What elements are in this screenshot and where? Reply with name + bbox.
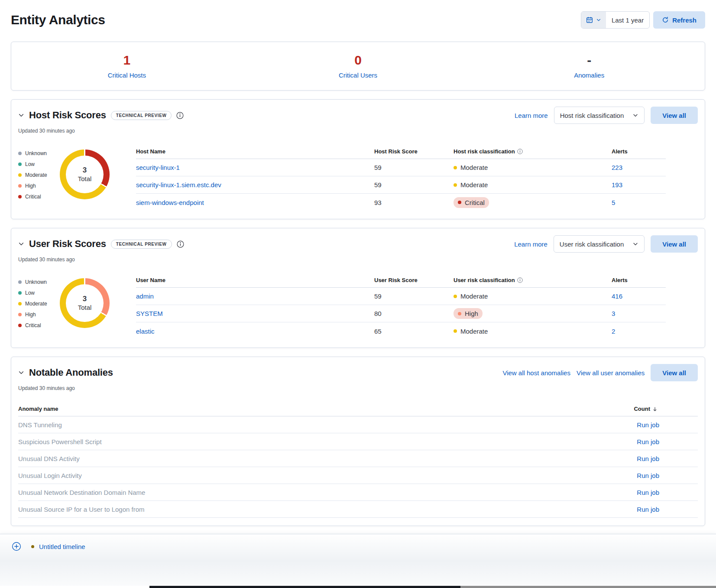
anomalies-panel-header: Notable Anomalies View all host anomalie… bbox=[18, 364, 698, 381]
severity-dot bbox=[458, 201, 461, 204]
sort-down-icon bbox=[652, 406, 658, 412]
refresh-button[interactable]: Refresh bbox=[653, 11, 705, 29]
add-timeline-button[interactable] bbox=[12, 542, 21, 551]
user-view-all-button[interactable]: View all bbox=[651, 235, 698, 253]
user-risk-legend: Unknown Low Moderate High Critical bbox=[18, 273, 60, 340]
alerts-count-link[interactable]: 416 bbox=[612, 292, 622, 300]
severity-label: High bbox=[465, 310, 478, 317]
chevron-down-icon bbox=[596, 17, 601, 23]
host-risk-score: 93 bbox=[374, 199, 454, 206]
collapse-chevron-icon[interactable] bbox=[18, 370, 24, 376]
host-view-all-button[interactable]: View all bbox=[651, 107, 698, 124]
date-picker: Last 1 year bbox=[581, 11, 650, 29]
severity-dot bbox=[454, 166, 457, 169]
notable-anomalies-panel: Notable Anomalies View all host anomalie… bbox=[11, 357, 705, 526]
refresh-label: Refresh bbox=[672, 16, 697, 24]
col-alerts: Alerts bbox=[612, 148, 666, 155]
anomaly-row: DNS Tunneling Run job bbox=[18, 416, 698, 433]
user-name-link[interactable]: SYSTEM bbox=[136, 310, 163, 317]
alerts-count-link[interactable]: 193 bbox=[612, 181, 622, 188]
collapse-chevron-icon[interactable] bbox=[18, 112, 24, 118]
legend-label: Unknown bbox=[25, 150, 47, 156]
info-icon[interactable] bbox=[177, 240, 184, 248]
run-job-link[interactable]: Run job bbox=[637, 421, 698, 429]
anomaly-name: Unusual Network Destination Domain Name bbox=[18, 489, 145, 496]
col-count-label: Count bbox=[634, 406, 650, 412]
host-name-link[interactable]: security-linux-1.siem.estc.dev bbox=[136, 181, 221, 188]
legend-label: Critical bbox=[25, 194, 41, 200]
legend-dot bbox=[18, 173, 22, 177]
critical-hosts-link[interactable]: Critical Hosts bbox=[108, 71, 146, 79]
anomaly-name: Unusual Source IP for a User to Logon fr… bbox=[18, 506, 145, 513]
critical-users-link[interactable]: Critical Users bbox=[339, 71, 377, 79]
donut-total-value: 3 bbox=[83, 166, 87, 175]
alerts-count-link[interactable]: 2 bbox=[612, 328, 615, 335]
anomalies-view-all-button[interactable]: View all bbox=[651, 364, 698, 381]
timeline-label: Untitled timeline bbox=[39, 543, 85, 550]
timeline-bottom-bar: Untitled timeline bbox=[0, 534, 716, 586]
date-picker-menu-button[interactable] bbox=[581, 12, 606, 28]
host-name-link[interactable]: siem-windows-endpoint bbox=[136, 199, 204, 206]
anomaly-row: Unusual Login Activity Run job bbox=[18, 467, 698, 484]
col-user-risk-classification: User risk classification bbox=[454, 277, 515, 283]
run-job-link[interactable]: Run job bbox=[637, 506, 698, 513]
date-range-value[interactable]: Last 1 year bbox=[606, 16, 649, 24]
bottom-scrollbar-dark bbox=[149, 586, 460, 588]
anomalies-link[interactable]: Anomalies bbox=[574, 71, 604, 79]
table-header-row: Anomaly name Count bbox=[18, 402, 698, 416]
table-row: security-linux-1.siem.estc.dev 59 Modera… bbox=[136, 176, 666, 194]
run-job-link[interactable]: Run job bbox=[637, 472, 698, 479]
alerts-count-link[interactable]: 3 bbox=[612, 310, 615, 317]
learn-more-link[interactable]: Learn more bbox=[514, 240, 548, 248]
anomaly-row: Unusual Source IP for a User to Logon fr… bbox=[18, 501, 698, 518]
host-name-link[interactable]: security-linux-1 bbox=[136, 164, 180, 171]
legend-dot bbox=[18, 313, 22, 316]
info-icon[interactable] bbox=[517, 277, 523, 283]
user-risk-score: 59 bbox=[374, 292, 454, 300]
untitled-timeline-link[interactable]: Untitled timeline bbox=[31, 543, 85, 550]
view-all-host-anomalies-link[interactable]: View all host anomalies bbox=[502, 369, 570, 377]
host-risk-score: 59 bbox=[374, 164, 454, 171]
donut-total-label: Total bbox=[78, 175, 92, 183]
timeline-status-dot bbox=[31, 545, 34, 548]
user-risk-donut-chart: 3 Total bbox=[60, 278, 110, 328]
table-row: siem-windows-endpoint 93 Critical 5 bbox=[136, 194, 666, 211]
donut-center: 3 Total bbox=[66, 156, 104, 193]
run-job-link[interactable]: Run job bbox=[637, 489, 698, 496]
user-risk-score: 65 bbox=[374, 328, 454, 335]
legend-item: Low bbox=[18, 290, 60, 296]
col-user-name: User Name bbox=[136, 277, 374, 283]
legend-dot bbox=[18, 195, 22, 198]
user-name-link[interactable]: elastic bbox=[136, 328, 155, 335]
run-job-link[interactable]: Run job bbox=[637, 438, 698, 445]
severity-dot bbox=[454, 183, 457, 187]
anomalies-table: Anomaly name Count DNS Tunneling Run job… bbox=[18, 402, 698, 518]
severity-label: Moderate bbox=[460, 181, 488, 188]
col-host-risk-score: Host Risk Score bbox=[374, 148, 454, 155]
user-risk-scores-panel: User Risk Scores TECHNICAL PREVIEW Learn… bbox=[11, 228, 705, 348]
run-job-link[interactable]: Run job bbox=[637, 455, 698, 462]
anomaly-row: Suspicious Powershell Script Run job bbox=[18, 433, 698, 450]
anomaly-name: DNS Tunneling bbox=[18, 421, 62, 429]
view-all-user-anomalies-link[interactable]: View all user anomalies bbox=[577, 369, 645, 377]
user-panel-title: User Risk Scores bbox=[29, 238, 106, 250]
user-updated-text: Updated 30 minutes ago bbox=[18, 257, 698, 263]
legend-item: Critical bbox=[18, 194, 60, 200]
host-risk-classification-select[interactable]: Host risk classification bbox=[554, 107, 645, 124]
legend-label: High bbox=[25, 312, 36, 318]
col-count-sort[interactable]: Count bbox=[634, 406, 698, 412]
alerts-count-link[interactable]: 5 bbox=[612, 199, 615, 206]
info-icon[interactable] bbox=[176, 112, 184, 119]
alerts-count-link[interactable]: 223 bbox=[612, 164, 622, 171]
host-updated-text: Updated 30 minutes ago bbox=[18, 128, 698, 134]
user-name-link[interactable]: admin bbox=[136, 292, 154, 300]
legend-item: Moderate bbox=[18, 172, 60, 178]
anomaly-name: Unusual DNS Activity bbox=[18, 455, 80, 462]
info-icon[interactable] bbox=[517, 149, 523, 154]
user-risk-classification-select[interactable]: User risk classification bbox=[554, 235, 645, 253]
user-panel-header: User Risk Scores TECHNICAL PREVIEW Learn… bbox=[18, 235, 698, 253]
entity-analytics-page: Entity Analytics Last 1 year bbox=[0, 0, 716, 526]
donut-center: 3 Total bbox=[66, 284, 104, 322]
collapse-chevron-icon[interactable] bbox=[18, 241, 24, 247]
learn-more-link[interactable]: Learn more bbox=[515, 112, 548, 119]
